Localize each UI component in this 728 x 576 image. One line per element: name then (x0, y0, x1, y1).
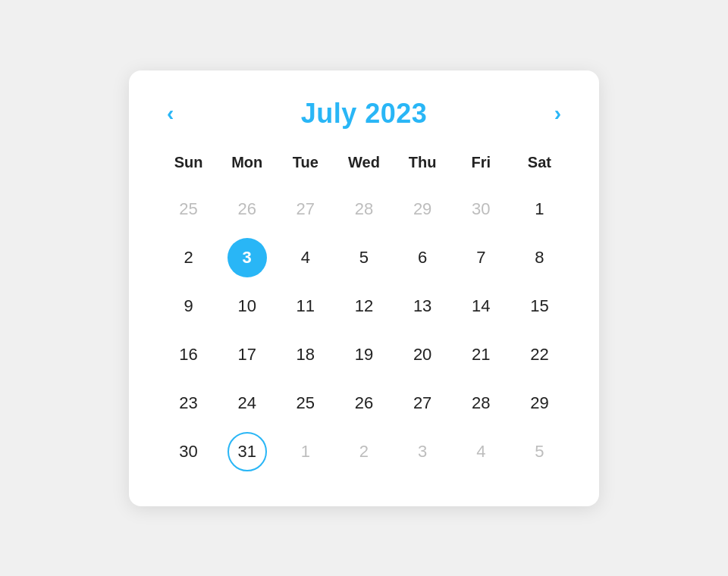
next-month-button[interactable]: › (547, 100, 569, 127)
weekday-header-sat: Sat (510, 154, 569, 185)
day-cell[interactable]: 24 (228, 383, 267, 423)
calendar-cell: 26 (334, 379, 393, 427)
calendar-cell: 7 (452, 233, 510, 282)
day-cell[interactable]: 28 (344, 189, 384, 229)
calendar-cell: 2 (334, 427, 393, 476)
calendar-cell: 12 (334, 282, 393, 330)
day-cell[interactable]: 29 (403, 189, 442, 229)
day-cell[interactable]: 4 (461, 432, 500, 471)
calendar-cell: 28 (334, 185, 393, 233)
day-cell[interactable]: 2 (344, 432, 384, 471)
calendar-cell: 5 (510, 427, 569, 476)
day-cell[interactable]: 27 (403, 383, 442, 423)
calendar-cell: 23 (159, 379, 218, 427)
prev-month-button[interactable]: ‹ (159, 100, 181, 127)
calendar-cell: 1 (276, 427, 334, 476)
day-cell[interactable]: 25 (169, 189, 209, 229)
calendar-cell: 18 (276, 330, 334, 379)
day-cell[interactable]: 5 (344, 238, 384, 277)
day-cell[interactable]: 22 (519, 335, 559, 374)
day-cell[interactable]: 1 (519, 189, 559, 229)
calendar-cell: 13 (394, 282, 452, 330)
calendar-cell: 17 (218, 330, 276, 379)
day-cell[interactable]: 29 (519, 383, 559, 423)
calendar-cell: 15 (510, 282, 569, 330)
day-cell[interactable]: 2 (169, 238, 209, 277)
calendar-cell: 28 (452, 379, 510, 427)
day-cell[interactable]: 16 (169, 335, 209, 374)
day-cell[interactable]: 17 (228, 335, 267, 374)
calendar-cell: 29 (510, 379, 569, 427)
day-cell[interactable]: 30 (461, 189, 500, 229)
calendar-cell: 30 (452, 185, 510, 233)
calendar-week-4: 16171819202122 (159, 330, 569, 379)
calendar-cell: 5 (334, 233, 393, 282)
day-cell[interactable]: 9 (169, 286, 209, 326)
day-cell[interactable]: 13 (403, 286, 442, 326)
calendar-cell: 27 (276, 185, 334, 233)
calendar-cell: 8 (510, 233, 569, 282)
day-cell[interactable]: 11 (286, 286, 325, 326)
day-cell[interactable]: 10 (228, 286, 267, 326)
weekday-header-fri: Fri (452, 154, 510, 185)
calendar-card: ‹ July 2023 › SunMonTueWedThuFriSat 2526… (129, 70, 599, 506)
calendar-cell: 29 (394, 185, 452, 233)
calendar-cell: 4 (452, 427, 510, 476)
day-cell[interactable]: 25 (286, 383, 325, 423)
calendar-cell: 9 (159, 282, 218, 330)
calendar-weekday-header: SunMonTueWedThuFriSat (159, 154, 569, 185)
day-cell[interactable]: 19 (344, 335, 384, 374)
calendar-cell: 21 (452, 330, 510, 379)
weekday-header-wed: Wed (334, 154, 393, 185)
calendar-cell: 25 (159, 185, 218, 233)
day-cell[interactable]: 31 (228, 432, 267, 471)
day-cell[interactable]: 26 (228, 189, 267, 229)
day-cell[interactable]: 3 (403, 432, 442, 471)
day-cell[interactable]: 28 (461, 383, 500, 423)
calendar-cell: 11 (276, 282, 334, 330)
calendar-week-6: 303112345 (159, 427, 569, 476)
day-cell[interactable]: 20 (403, 335, 442, 374)
calendar-cell: 4 (276, 233, 334, 282)
calendar-cell: 26 (218, 185, 276, 233)
calendar-cell: 10 (218, 282, 276, 330)
calendar-body: 2526272829301234567891011121314151617181… (159, 185, 569, 476)
calendar-week-5: 23242526272829 (159, 379, 569, 427)
calendar-cell: 14 (452, 282, 510, 330)
calendar-cell: 20 (394, 330, 452, 379)
calendar-week-3: 9101112131415 (159, 282, 569, 330)
day-cell[interactable]: 14 (461, 286, 500, 326)
day-cell[interactable]: 7 (461, 238, 500, 277)
day-cell[interactable]: 27 (286, 189, 325, 229)
weekday-header-thu: Thu (394, 154, 452, 185)
calendar-cell: 27 (394, 379, 452, 427)
calendar-cell: 22 (510, 330, 569, 379)
calendar-cell: 6 (394, 233, 452, 282)
calendar-header: ‹ July 2023 › (159, 98, 569, 130)
day-cell[interactable]: 8 (519, 238, 559, 277)
calendar-cell: 2 (159, 233, 218, 282)
calendar-cell: 3 (394, 427, 452, 476)
calendar-cell: 31 (218, 427, 276, 476)
day-cell[interactable]: 6 (403, 238, 442, 277)
day-cell[interactable]: 30 (169, 432, 209, 471)
calendar-cell: 1 (510, 185, 569, 233)
calendar-cell: 19 (334, 330, 393, 379)
day-cell[interactable]: 23 (169, 383, 209, 423)
calendar-cell: 30 (159, 427, 218, 476)
day-cell[interactable]: 15 (519, 286, 559, 326)
calendar-week-2: 2345678 (159, 233, 569, 282)
calendar-cell: 16 (159, 330, 218, 379)
day-cell[interactable]: 12 (344, 286, 384, 326)
calendar-grid: SunMonTueWedThuFriSat 252627282930123456… (159, 154, 569, 476)
day-cell[interactable]: 18 (286, 335, 325, 374)
month-title: July 2023 (301, 98, 428, 130)
day-cell[interactable]: 3 (228, 238, 267, 277)
weekday-header-mon: Mon (218, 154, 276, 185)
day-cell[interactable]: 26 (344, 383, 384, 423)
day-cell[interactable]: 4 (286, 238, 325, 277)
day-cell[interactable]: 5 (519, 432, 559, 471)
day-cell[interactable]: 21 (461, 335, 500, 374)
weekday-header-tue: Tue (276, 154, 334, 185)
day-cell[interactable]: 1 (286, 432, 325, 471)
